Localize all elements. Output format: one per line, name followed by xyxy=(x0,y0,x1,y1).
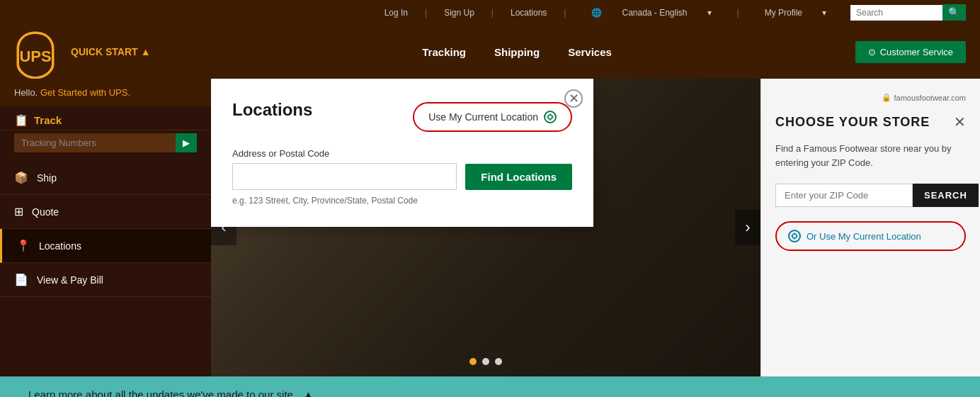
right-panel-close-button[interactable]: ✕ xyxy=(954,113,966,130)
locations-modal: ✕ Locations Use My Current Location xyxy=(211,79,593,227)
ups-logo[interactable]: UPS xyxy=(14,30,57,73)
main-header: UPS QUICK START ▲ Tracking Shipping Serv… xyxy=(0,25,980,79)
find-locations-button[interactable]: Find Locations xyxy=(465,164,572,190)
right-panel-title: CHOOSE YOUR STORE xyxy=(775,115,930,130)
carousel-dot-3[interactable] xyxy=(495,358,502,365)
language-selector[interactable]: 🌐 Canada - English ▾ xyxy=(574,8,728,18)
ship-icon: 📦 xyxy=(14,171,28,184)
search-bar: 🔍 xyxy=(850,4,966,21)
right-panel: 🔒 famousfootwear.com CHOOSE YOUR STORE ✕… xyxy=(760,79,980,376)
zip-code-input[interactable] xyxy=(775,184,913,207)
modal-close-button[interactable]: ✕ xyxy=(564,89,583,108)
carousel-dot-2[interactable] xyxy=(482,358,489,365)
search-input[interactable] xyxy=(850,5,942,21)
use-current-location-button[interactable]: Use My Current Location xyxy=(413,102,572,132)
sidebar-item-ship[interactable]: 📦 Ship xyxy=(0,161,211,195)
bottom-banner-icon: ▲ xyxy=(303,388,314,398)
my-profile-link[interactable]: My Profile ▾ xyxy=(748,8,843,18)
sidebar-track-section: 📋 Track xyxy=(0,106,211,130)
address-label: Address or Postal Code xyxy=(232,148,572,159)
modal-top-row: Locations Use My Current Location xyxy=(232,100,572,134)
sidebar-hello: Hello. Get Started with UPS. xyxy=(0,79,211,106)
get-started-link[interactable]: Get Started with UPS. xyxy=(40,87,130,98)
address-hint: e.g. 123 Street, City, Province/State, P… xyxy=(232,196,572,206)
right-location-circle-icon xyxy=(788,230,801,242)
bill-icon: 📄 xyxy=(14,273,28,286)
carousel-dot-1[interactable] xyxy=(469,358,477,365)
nav-tracking[interactable]: Tracking xyxy=(422,46,466,58)
svg-text:UPS: UPS xyxy=(19,47,51,65)
location-circle-icon xyxy=(544,111,557,123)
address-input[interactable] xyxy=(232,163,457,190)
customer-service-button[interactable]: ⊙ Customer Service xyxy=(855,41,966,63)
zip-search-button[interactable]: SEARCH xyxy=(913,184,979,207)
carousel-next-button[interactable]: › xyxy=(735,210,760,245)
panel-url: 🔒 famousfootwear.com xyxy=(775,93,966,102)
signup-link[interactable]: Sign Up xyxy=(435,8,483,18)
track-label: 📋 Track xyxy=(14,113,62,127)
sidebar-item-view-pay-bill[interactable]: 📄 View & Pay Bill xyxy=(0,263,211,297)
main-wrapper: Hello. Get Started with UPS. 📋 Track ▶ 📦… xyxy=(0,79,980,376)
login-link[interactable]: Log In xyxy=(376,8,416,18)
bottom-banner[interactable]: Learn more about all the updates we've m… xyxy=(0,376,980,397)
bottom-banner-text: Learn more about all the updates we've m… xyxy=(28,388,296,398)
sidebar-item-locations[interactable]: 📍 Locations xyxy=(0,229,211,263)
use-location-btn-label: Use My Current Location xyxy=(428,111,538,123)
zip-input-row: SEARCH xyxy=(775,184,966,207)
top-bar: Log In | Sign Up | Locations | 🌐 Canada … xyxy=(0,0,980,25)
hero-area: ✕ Locations Use My Current Location xyxy=(211,79,760,376)
quick-start-menu[interactable]: QUICK START ▲ xyxy=(71,46,150,57)
tracking-go-button[interactable]: ▶ xyxy=(176,133,197,152)
main-nav: Tracking Shipping Services xyxy=(178,46,855,58)
top-bar-links: Log In | Sign Up | Locations | 🌐 Canada … xyxy=(376,8,843,18)
modal-input-row: Find Locations xyxy=(232,163,572,190)
right-panel-description: Find a Famous Footwear store near you by… xyxy=(775,142,966,169)
search-button[interactable]: 🔍 xyxy=(942,4,966,21)
tracking-input-container: ▶ xyxy=(0,130,211,161)
location-pin-icon: 📍 xyxy=(16,239,30,252)
or-use-current-location-button[interactable]: Or Use My Current Location xyxy=(775,221,966,251)
locations-link[interactable]: Locations xyxy=(502,8,555,18)
quote-icon: ⊞ xyxy=(14,205,23,218)
sidebar: Hello. Get Started with UPS. 📋 Track ▶ 📦… xyxy=(0,79,211,376)
right-panel-header: CHOOSE YOUR STORE ✕ xyxy=(775,113,966,130)
nav-services[interactable]: Services xyxy=(568,46,612,58)
sidebar-item-quote[interactable]: ⊞ Quote xyxy=(0,195,211,229)
tracking-numbers-input[interactable] xyxy=(14,133,176,152)
modal-title: Locations xyxy=(232,100,312,120)
nav-shipping[interactable]: Shipping xyxy=(494,46,540,58)
carousel-dots xyxy=(469,358,502,365)
